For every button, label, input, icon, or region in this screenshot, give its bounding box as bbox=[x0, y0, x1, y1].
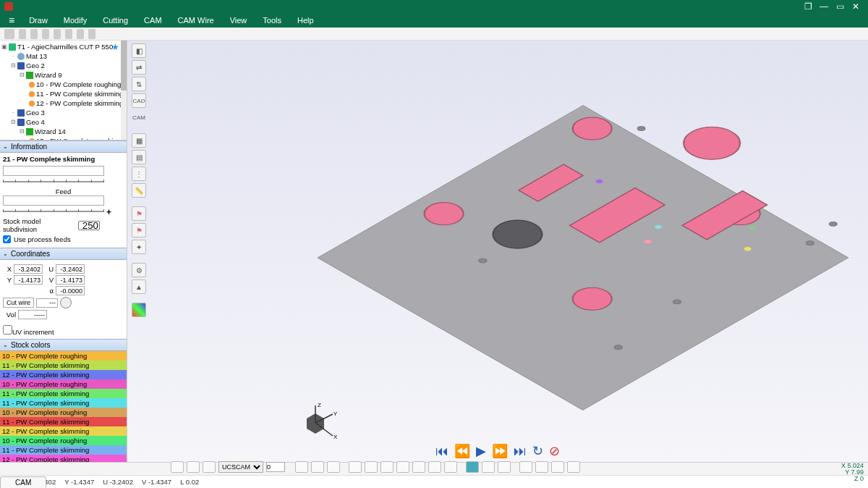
bb-view-iso[interactable] bbox=[466, 461, 479, 473]
stock-color-item[interactable]: 10 - PW Complete roughing bbox=[0, 379, 127, 389]
tree-twisty[interactable]: ▣ bbox=[1, 42, 7, 51]
menu-cutting[interactable]: Cutting bbox=[95, 14, 135, 26]
view-tool-swap-icon[interactable]: ⇅ bbox=[132, 77, 146, 91]
favorite-icon[interactable]: ★ bbox=[111, 42, 119, 52]
stock-color-item[interactable]: 12 - PW Complete skimming bbox=[0, 455, 127, 462]
view-tool-solid-icon[interactable]: ▦ bbox=[132, 133, 146, 148]
bb-tool-zoom[interactable] bbox=[365, 461, 378, 473]
stock-color-item[interactable]: 10 - PW Complete roughing bbox=[0, 408, 127, 417]
tree-twisty[interactable]: ⊟ bbox=[10, 61, 16, 70]
tool-paste-icon[interactable] bbox=[54, 29, 61, 39]
stock-color-item[interactable]: 12 - PW Complete skimming bbox=[0, 370, 127, 379]
tree-op12[interactable]: 12 - PW Complete skimming bbox=[36, 98, 123, 108]
view-tool-sim-icon[interactable]: ▲ bbox=[132, 279, 146, 294]
menu-modify[interactable]: Modify bbox=[56, 14, 94, 26]
menu-tools[interactable]: Tools bbox=[255, 14, 289, 26]
view-flag-2-icon[interactable]: ⚑ bbox=[132, 223, 146, 237]
bb-tool-select[interactable] bbox=[349, 461, 362, 473]
tool-sort-icon[interactable] bbox=[88, 29, 95, 39]
maximize-button[interactable]: ▭ bbox=[832, 1, 848, 12]
y-input[interactable] bbox=[14, 275, 43, 285]
bb-tool-rotate[interactable] bbox=[412, 461, 425, 473]
bb-tool-pan[interactable] bbox=[428, 461, 441, 473]
tool-filter-icon[interactable] bbox=[77, 29, 84, 39]
plus-icon[interactable]: + bbox=[106, 207, 111, 217]
feed-slider-bottom[interactable]: + bbox=[3, 207, 104, 216]
bb-tool-window[interactable] bbox=[380, 461, 393, 473]
feed-input-top[interactable] bbox=[3, 166, 104, 176]
tree-geo2[interactable]: Geo 2 bbox=[26, 61, 45, 70]
bb-tool-check[interactable] bbox=[311, 461, 324, 473]
view-flag-1-icon[interactable]: ⚑ bbox=[132, 206, 146, 221]
tree-op11[interactable]: 11 - PW Complete skimming bbox=[36, 89, 123, 98]
view-triad[interactable]: Z Y X bbox=[294, 401, 337, 445]
playback-next-button[interactable]: ⏩ bbox=[492, 443, 508, 459]
ucs-number-input[interactable] bbox=[266, 462, 285, 472]
bb-shade-4[interactable] bbox=[567, 461, 580, 473]
information-panel-header[interactable]: ⌄Information bbox=[0, 140, 127, 153]
x-input[interactable] bbox=[14, 264, 43, 274]
playback-first-button[interactable]: ⏮ bbox=[435, 444, 448, 459]
u-input[interactable] bbox=[56, 264, 85, 274]
bb-shade-3[interactable] bbox=[551, 461, 564, 473]
stock-color-item[interactable]: 10 - PW Complete roughing bbox=[0, 351, 127, 361]
view-tool-arrows-icon[interactable]: ⇄ bbox=[132, 60, 146, 75]
view-tool-layers-icon[interactable]: ▤ bbox=[132, 150, 146, 164]
3d-viewport[interactable]: ◧ ⇄ ⇅ CAD CAM ▦ ▤ ⋮ 📏 ⚑ ⚑ ✦ ⚙ ▲ bbox=[127, 41, 868, 462]
stock-color-item[interactable]: 10 - PW Complete roughing bbox=[0, 436, 127, 445]
bb-snap-1[interactable] bbox=[171, 461, 184, 473]
tree-geo3[interactable]: Geo 3 bbox=[26, 108, 45, 117]
bb-tool-fit[interactable] bbox=[396, 461, 409, 473]
bb-tool-measure[interactable] bbox=[327, 461, 340, 473]
menu-view[interactable]: View bbox=[223, 14, 255, 26]
bb-snap-3[interactable] bbox=[203, 461, 216, 473]
tree-geo4[interactable]: Geo 4 bbox=[26, 117, 45, 127]
tree-scrollbar[interactable] bbox=[121, 41, 127, 140]
tree-wiz14[interactable]: Wizard 14 bbox=[35, 127, 66, 136]
vol-input[interactable] bbox=[18, 310, 47, 319]
tree-op15[interactable]: 15 - PW Complete roughing bbox=[36, 136, 121, 140]
cut-wire-action-button[interactable] bbox=[60, 297, 72, 308]
menu-draw[interactable]: Draw bbox=[22, 14, 55, 26]
tree-twisty[interactable]: ⊟ bbox=[19, 127, 25, 136]
restore-down-button[interactable]: ❐ bbox=[800, 1, 816, 12]
view-tool-marker-icon[interactable]: ✦ bbox=[132, 240, 146, 254]
app-menu-button[interactable]: ≡ bbox=[3, 14, 20, 26]
playback-last-button[interactable]: ⏭ bbox=[514, 444, 527, 459]
bb-snap-2[interactable] bbox=[187, 461, 200, 473]
tree-op10[interactable]: 10 - PW Complete roughing bbox=[36, 80, 121, 89]
close-button[interactable]: ✕ bbox=[848, 1, 864, 12]
view-tool-1-icon[interactable]: ◧ bbox=[132, 43, 146, 58]
view-tool-cam-icon[interactable]: CAM bbox=[132, 110, 146, 125]
stock-color-item[interactable]: 11 - PW Complete skimming bbox=[0, 417, 127, 426]
tool-delete-icon[interactable] bbox=[19, 29, 26, 39]
tree-wiz9[interactable]: Wizard 9 bbox=[35, 70, 61, 80]
bb-tool-grid[interactable] bbox=[295, 461, 308, 473]
view-tool-wire-icon[interactable]: ⋮ bbox=[132, 167, 146, 181]
feed-slider-top[interactable] bbox=[3, 177, 104, 186]
bb-shade-2[interactable] bbox=[535, 461, 548, 473]
feature-tree[interactable]: ★ ▣T1 - AgieCharmilles CUT P 550 ·Mat 13… bbox=[0, 41, 127, 140]
minimize-button[interactable]: — bbox=[816, 1, 832, 12]
bb-shade-1[interactable] bbox=[519, 461, 532, 473]
v-input[interactable] bbox=[56, 275, 85, 285]
menu-cam[interactable]: CAM bbox=[137, 14, 169, 26]
menu-help[interactable]: Help bbox=[290, 14, 321, 26]
stock-color-item[interactable]: 12 - PW Complete skimming bbox=[0, 426, 127, 436]
bb-view-top[interactable] bbox=[482, 461, 495, 473]
uv-increment-checkbox[interactable] bbox=[3, 325, 12, 335]
stock-color-item[interactable]: 11 - PW Complete skimming bbox=[0, 398, 127, 408]
alpha-input[interactable] bbox=[56, 286, 85, 295]
view-tool-ruler-icon[interactable]: 📏 bbox=[132, 183, 146, 198]
tree-twisty[interactable]: ⊟ bbox=[10, 117, 16, 127]
tool-save-icon[interactable] bbox=[65, 29, 72, 39]
bb-tool-orbit[interactable] bbox=[444, 461, 457, 473]
feed-input-bottom[interactable] bbox=[3, 195, 104, 206]
tool-screen-icon[interactable] bbox=[4, 29, 14, 39]
tool-cut-icon[interactable] bbox=[30, 29, 38, 39]
stock-color-item[interactable]: 11 - PW Complete skimming bbox=[0, 445, 127, 455]
cut-wire-button[interactable]: Cut wire bbox=[3, 298, 34, 308]
cut-wire-value[interactable] bbox=[36, 298, 58, 308]
playback-prev-button[interactable]: ⏪ bbox=[454, 443, 470, 459]
bb-view-front[interactable] bbox=[498, 461, 511, 473]
